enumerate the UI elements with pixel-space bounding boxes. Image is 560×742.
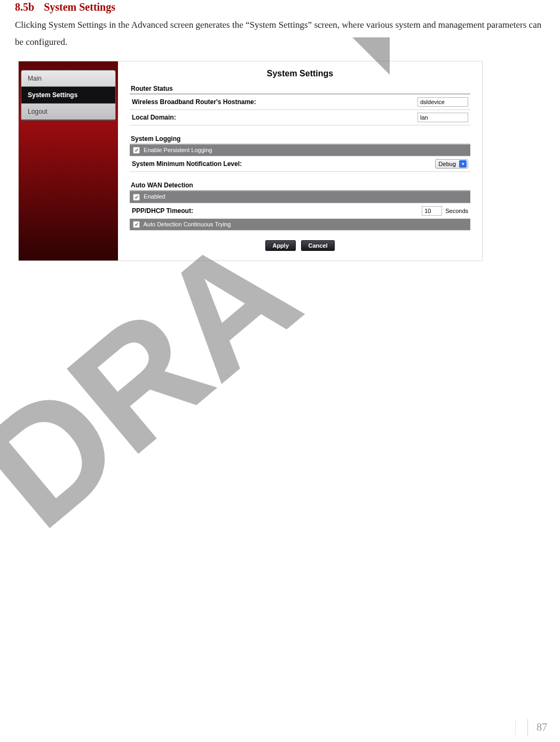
hostname-input[interactable] xyxy=(417,97,468,107)
panel-title: System Settings xyxy=(130,69,470,78)
section-heading: 8.5bSystem Settings xyxy=(15,0,545,13)
hostname-label: Wireless Broadband Router's Hostname: xyxy=(132,98,256,106)
chevron-down-icon: ▾ xyxy=(459,160,467,168)
group-router-status: Router Status xyxy=(130,83,470,94)
persistent-logging-row: ✔ Enable Persistent Logging xyxy=(130,145,470,157)
action-bar: Apply Cancel xyxy=(130,240,470,251)
body-paragraph: Clicking System Settings in the Advanced… xyxy=(15,17,545,51)
notification-level-select[interactable]: Debug ▾ xyxy=(435,159,468,169)
sidebar-item-system-settings[interactable]: System Settings xyxy=(21,87,115,104)
local-domain-label: Local Domain: xyxy=(132,114,176,121)
local-domain-input[interactable] xyxy=(417,113,468,122)
sidebar-item-label: System Settings xyxy=(28,91,77,99)
continuous-trying-row: ✔ Auto Detection Continuous Trying xyxy=(130,219,470,231)
apply-button[interactable]: Apply xyxy=(265,240,296,251)
group-system-logging: System Logging xyxy=(130,133,470,145)
persistent-logging-checkbox[interactable]: ✔ xyxy=(133,147,140,154)
sidebar-item-label: Main xyxy=(28,75,42,82)
timeout-input[interactable] xyxy=(422,206,442,216)
screenshot-frame: Main System Settings Logout System Setti… xyxy=(18,61,483,262)
section-number: 8.5b xyxy=(15,1,34,13)
section-title: System Settings xyxy=(44,1,115,13)
group-auto-wan: Auto WAN Detection xyxy=(130,179,470,191)
sidebar-item-main[interactable]: Main xyxy=(21,70,115,87)
notification-level-label: System Minimum Notification Level: xyxy=(132,160,242,168)
cancel-button[interactable]: Cancel xyxy=(301,240,334,251)
autowan-enabled-label: Enabled xyxy=(144,193,165,200)
sidebar: Main System Settings Logout xyxy=(19,61,118,261)
timeout-unit: Seconds xyxy=(445,208,468,214)
autowan-enabled-checkbox[interactable]: ✔ xyxy=(133,194,140,201)
timeout-label: PPP/DHCP Timeout: xyxy=(132,207,193,215)
continuous-trying-checkbox[interactable]: ✔ xyxy=(133,221,140,228)
select-value: Debug xyxy=(439,161,456,167)
settings-panel: System Settings Router Status Wireless B… xyxy=(118,61,482,261)
persistent-logging-label: Enable Persistent Logging xyxy=(144,147,212,153)
sidebar-item-logout[interactable]: Logout xyxy=(21,104,115,120)
autowan-enabled-row: ✔ Enabled xyxy=(130,191,470,203)
page-number: 87 xyxy=(527,719,548,736)
continuous-trying-label: Auto Detection Continuous Trying xyxy=(143,221,231,227)
sidebar-item-label: Logout xyxy=(28,108,48,115)
